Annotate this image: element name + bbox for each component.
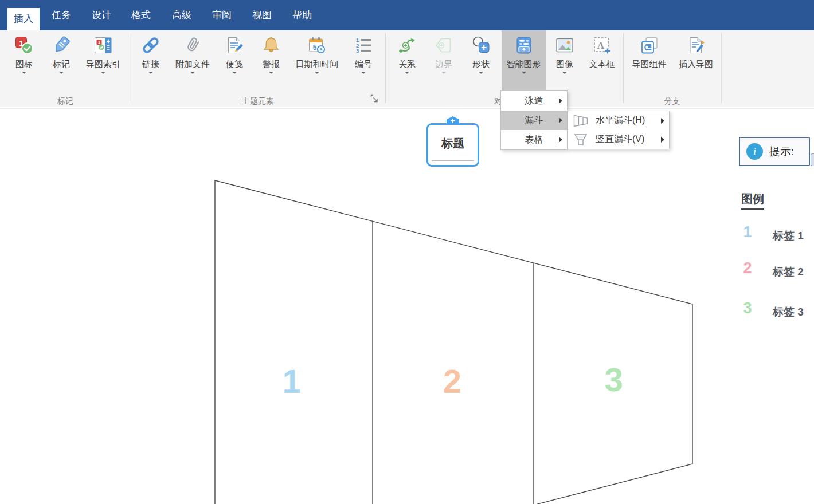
menu-item-horizontal-funnel[interactable]: 水平漏斗(H) xyxy=(568,111,669,130)
tab-insert[interactable]: 插入 xyxy=(7,8,40,30)
alert-button[interactable]: 警报 xyxy=(255,30,287,90)
textbox-icon: A xyxy=(592,36,612,55)
funnel-submenu: 水平漏斗(H) 竖直漏斗(V) xyxy=(568,111,670,149)
map-index-icon: 1 xyxy=(93,36,113,55)
ribbon: 1 图标 标记 1 xyxy=(0,30,814,107)
group-label-marks: 标记 xyxy=(0,96,131,106)
shape-button[interactable]: 形状 xyxy=(465,30,497,90)
tab-review[interactable]: 审阅 xyxy=(206,0,238,30)
button-label: 形状 xyxy=(472,59,490,69)
button-label: 智能图形 xyxy=(507,59,541,69)
shape-icon xyxy=(471,36,491,55)
smart-graphic-menu: 泳道 漏斗 表格 xyxy=(500,90,568,150)
legend-item-2-number[interactable]: 2 xyxy=(739,259,756,277)
tab-format[interactable]: 格式 xyxy=(125,0,157,30)
map-index-button[interactable]: 1 导图索引 xyxy=(81,30,125,90)
insert-map-button[interactable]: 插入导图 xyxy=(674,30,718,90)
menu-item-label: 水平漏斗(H) xyxy=(596,115,645,127)
menu-item-swimlane[interactable]: 泳道 xyxy=(501,91,567,111)
tip-button[interactable]: i 提示: xyxy=(739,137,810,166)
button-label: 日期和时间 xyxy=(296,59,339,69)
svg-text:5: 5 xyxy=(313,44,317,52)
note-button[interactable]: 便笺 xyxy=(218,30,251,90)
chevron-down-icon xyxy=(405,72,409,74)
horizontal-funnel-shape[interactable] xyxy=(0,109,814,504)
tab-view[interactable]: 视图 xyxy=(246,0,278,30)
calendar-clock-icon: 5 xyxy=(307,36,327,55)
chevron-down-icon xyxy=(441,72,446,74)
button-label: 链接 xyxy=(142,59,159,69)
button-label: 编号 xyxy=(355,59,372,69)
textbox-button[interactable]: A 文本框 xyxy=(584,30,620,90)
smart-graphic-button[interactable]: 智能图形 xyxy=(502,30,546,90)
group-separator xyxy=(721,33,722,103)
group-label-branch: 分支 xyxy=(623,96,721,106)
tip-label: 提示: xyxy=(769,144,794,159)
chevron-down-icon xyxy=(315,72,319,74)
legend-item-3-number[interactable]: 3 xyxy=(739,300,756,317)
canvas[interactable]: 1 2 3 标题 i 提示: 图例 1 标签 1 2 标签 2 3 标签 3 xyxy=(0,109,814,504)
title-box[interactable]: 标题 xyxy=(426,123,479,167)
chevron-down-icon xyxy=(148,72,153,74)
menu-item-label: 竖直漏斗(V) xyxy=(596,133,644,145)
title-underline xyxy=(432,160,474,161)
button-label: 标记 xyxy=(53,59,70,69)
submenu-arrow-icon xyxy=(559,137,562,143)
dialog-launcher-icon[interactable] xyxy=(370,94,379,104)
menu-item-label: 泳道 xyxy=(525,95,543,107)
legend-item-2-label[interactable]: 标签 2 xyxy=(773,265,804,279)
svg-text:A: A xyxy=(597,40,605,51)
submenu-arrow-icon xyxy=(559,117,562,123)
chevron-down-icon xyxy=(562,72,567,74)
ribbon-bottom-edge xyxy=(0,108,814,109)
chevron-down-icon xyxy=(101,72,105,74)
legend-item-1-label[interactable]: 标签 1 xyxy=(773,229,804,243)
image-button[interactable]: 图像 xyxy=(549,30,581,90)
boundary-icon xyxy=(434,36,453,55)
chevron-down-icon xyxy=(522,72,526,74)
group-label-topic-elements: 主题元素 xyxy=(131,96,385,106)
svg-text:3: 3 xyxy=(356,48,359,54)
chevron-down-icon xyxy=(22,72,26,74)
group-separator xyxy=(131,33,131,103)
menu-item-table[interactable]: 表格 xyxy=(501,130,567,149)
smart-graphic-icon xyxy=(514,36,534,55)
map-part-icon xyxy=(640,36,659,55)
date-time-button[interactable]: 5 日期和时间 xyxy=(292,30,342,90)
tab-task[interactable]: 任务 xyxy=(45,0,77,30)
button-label: 导图索引 xyxy=(86,59,120,69)
numbering-button[interactable]: 1 2 3 编号 xyxy=(347,30,379,90)
tab-design[interactable]: 设计 xyxy=(85,0,118,30)
button-label: 附加文件 xyxy=(175,59,210,69)
chevron-down-icon xyxy=(59,72,64,74)
tab-help[interactable]: 帮助 xyxy=(286,0,318,30)
submenu-arrow-icon xyxy=(661,118,664,124)
funnel-section-2-number: 2 xyxy=(432,361,472,402)
chevron-down-icon xyxy=(269,72,273,74)
image-icon xyxy=(555,36,574,55)
link-icon xyxy=(141,36,161,55)
numbering-icon: 1 2 3 xyxy=(354,36,373,55)
button-label: 便笺 xyxy=(226,59,243,69)
tab-advanced[interactable]: 高级 xyxy=(166,0,198,30)
relationship-icon xyxy=(397,36,417,55)
note-icon xyxy=(225,36,244,55)
marker-button[interactable]: 标记 xyxy=(45,30,77,90)
icon-badge-icon: 1 xyxy=(14,36,34,55)
insert-map-icon xyxy=(686,36,706,55)
map-part-button[interactable]: 导图组件 xyxy=(627,30,672,90)
group-separator xyxy=(623,33,624,103)
relationship-button[interactable]: 关系 xyxy=(391,30,423,90)
legend-item-1-number[interactable]: 1 xyxy=(739,223,756,241)
link-button[interactable]: 链接 xyxy=(135,30,167,90)
menu-item-funnel[interactable]: 漏斗 xyxy=(501,111,567,130)
legend-item-3-label[interactable]: 标签 3 xyxy=(773,305,804,320)
chevron-down-icon xyxy=(361,72,366,74)
horizontal-funnel-icon xyxy=(573,115,588,127)
menu-item-vertical-funnel[interactable]: 竖直漏斗(V) xyxy=(568,130,669,149)
paperclip-icon xyxy=(183,36,202,55)
icons-button[interactable]: 1 图标 xyxy=(8,30,40,90)
chevron-down-icon xyxy=(479,72,483,74)
attach-file-button[interactable]: 附加文件 xyxy=(172,30,213,90)
legend-title[interactable]: 图例 xyxy=(741,191,764,210)
